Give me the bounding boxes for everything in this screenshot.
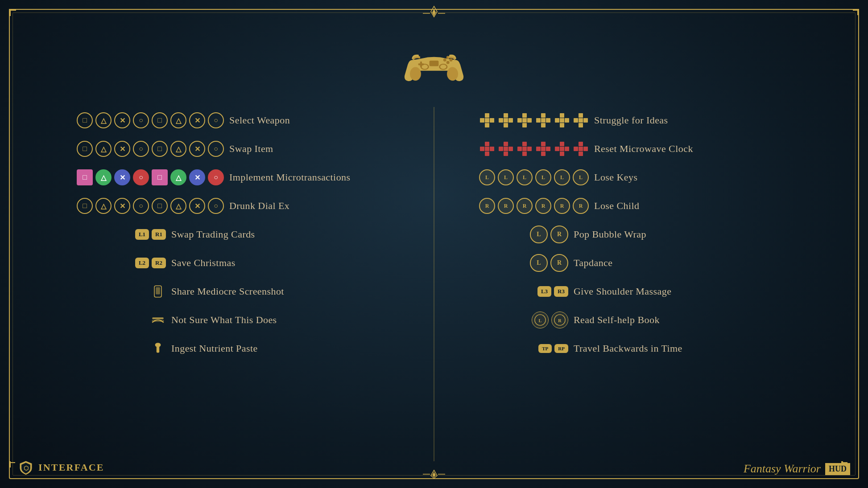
self-help-label: Read Self-help Book [574,314,660,326]
svg-point-12 [410,67,421,81]
square-btn2: □ [152,198,168,214]
l-stick-btn: L [479,169,495,185]
binding-icons: TP RP [479,344,568,353]
svg-rect-49 [546,118,550,123]
svg-rect-87 [579,152,583,156]
svg-rect-85 [560,147,564,151]
svg-rect-86 [579,142,583,146]
svg-rect-75 [522,147,527,151]
lose-keys-label: Lose Keys [594,172,637,183]
r-stick-btn4: R [535,198,551,214]
binding-swap-item: □ △ ✕ ○ □ △ ✕ ○ Swap Item [77,135,389,162]
binding-ingest-nutrient: Ingest Nutrient Paste [77,335,389,362]
l1-button: L1 [135,229,149,240]
binding-travel-backwards: TP RP Travel Backwards in Time [479,335,791,362]
r-btn: R [550,226,568,243]
svg-rect-83 [555,147,559,151]
svg-rect-78 [536,147,541,151]
square-btn: □ [77,112,93,128]
struggle-ideas-label: Struggle for Ideas [594,115,668,126]
square-btn2: □ [152,141,168,157]
svg-rect-80 [541,147,546,151]
cross-btn2: ✕ [189,198,205,214]
circle-btn: ○ [133,112,149,128]
triangle-btn: △ [95,112,112,128]
microtransactions-label: Implement Microtransactions [229,172,351,183]
cross-filled-btn: ✕ [114,169,130,185]
corner-decoration-tr [841,9,859,27]
square-filled-btn2: □ [152,169,168,185]
svg-rect-89 [583,147,588,151]
circle-btn2: ○ [208,112,224,128]
cross-btn2: ✕ [189,141,205,157]
svg-rect-60 [579,118,583,123]
svg-rect-66 [504,142,508,146]
svg-rect-51 [560,113,564,118]
triangle-btn: △ [95,141,112,157]
dpad-red-icon5 [554,141,570,157]
circle-btn2: ○ [208,198,224,214]
svg-point-15 [422,65,428,69]
l2-button: L2 [135,258,149,268]
square-btn: □ [77,141,93,157]
svg-rect-65 [485,147,489,151]
binding-icons: □ △ ✕ ○ □ △ ✕ ○ [77,141,224,157]
tp-button: TP [538,344,552,353]
binding-drunk-dial: □ △ ✕ ○ □ △ ✕ ○ Drunk Dial Ex [77,193,389,219]
svg-rect-77 [541,152,546,156]
select-weapon-label: Select Weapon [229,115,290,126]
branding-right: Fantasy Warrior HUD [744,462,850,476]
reset-microwave-label: Reset Microwave Clock [594,143,693,155]
triangle-btn2: △ [170,112,186,128]
l-stick-btn4: L [535,169,551,185]
svg-rect-46 [541,113,546,118]
svg-rect-40 [504,118,508,123]
rp-button: RP [554,344,568,353]
binding-icons [479,141,589,157]
svg-rect-73 [517,147,522,151]
svg-rect-52 [560,123,564,127]
svg-rect-63 [480,147,484,151]
swap-item-label: Swap Item [229,143,273,155]
svg-rect-50 [541,118,546,123]
binding-icons: □ △ ✕ ○ □ △ ✕ ○ [77,112,224,128]
binding-icons [77,312,166,328]
svg-rect-69 [508,147,513,151]
bottom-ornament [423,467,445,484]
svg-rect-57 [579,123,583,127]
dpad-icon4 [535,112,551,128]
svg-rect-79 [546,147,550,151]
binding-icons: □ △ ✕ ○ □ △ ✕ ○ [77,169,224,185]
cross-btn: ✕ [114,112,130,128]
controller-icon [403,45,465,90]
binding-lose-keys: L L L L L L Lose Keys [479,164,791,191]
svg-rect-0 [9,9,11,11]
binding-icons: R R R R R R [479,198,589,214]
pop-bubble-label: Pop Bubble Wrap [574,229,646,240]
square-btn2: □ [152,112,168,128]
svg-rect-33 [480,118,484,123]
svg-text:R: R [558,318,562,323]
save-christmas-label: Save Christmas [171,257,236,269]
binding-struggle-ideas: Struggle for Ideas [479,107,791,134]
brand-name: INTERFACE [38,462,104,473]
dpad-red-icon4 [535,141,551,157]
svg-rect-72 [522,152,527,156]
fantasy-warrior-text: Fantasy Warrior [744,462,821,476]
svg-rect-74 [527,147,532,151]
column-divider [434,107,434,461]
svg-rect-44 [527,118,532,123]
l-stick-btn2: L [498,169,514,185]
svg-rect-41 [522,113,527,118]
svg-rect-30 [157,345,159,353]
left-bindings-column: □ △ ✕ ○ □ △ ✕ ○ Select Weapon □ △ ✕ ○ □ … [77,107,389,461]
square-btn: □ [77,198,93,214]
right-bindings-column: Struggle for Ideas [479,107,791,461]
binding-pop-bubble-wrap: L R Pop Bubble Wrap [479,221,791,248]
svg-rect-34 [490,118,494,123]
r-stick-btn3: R [517,198,533,214]
circle-filled-btn: ○ [133,169,149,185]
binding-icons: L R [479,226,568,243]
binding-icons: L R [479,254,568,272]
svg-rect-53 [555,118,559,123]
